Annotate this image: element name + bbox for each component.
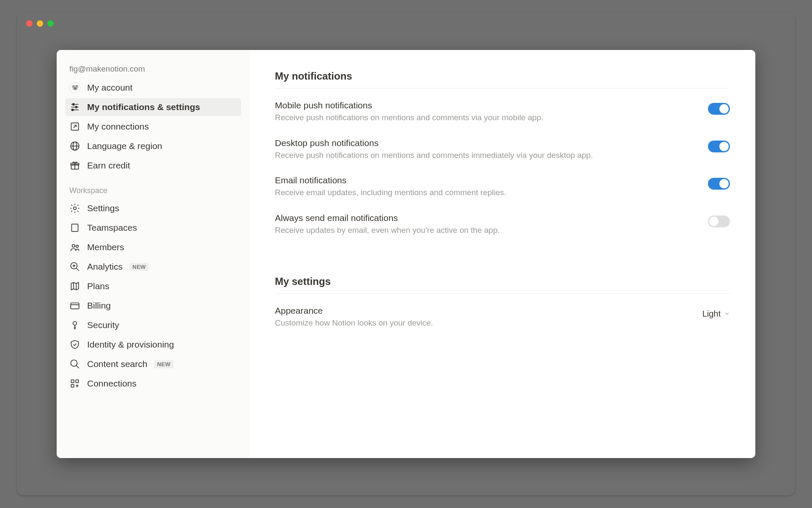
new-badge: NEW xyxy=(154,360,173,368)
account-email: fig@makenotion.com xyxy=(65,63,241,79)
svg-rect-36 xyxy=(71,384,74,387)
window-close-button[interactable] xyxy=(26,20,33,27)
app-window: fig@makenotion.com 🐨 My account My notif… xyxy=(17,13,795,495)
sidebar-section-workspace: Workspace xyxy=(65,176,241,199)
svg-point-13 xyxy=(74,207,77,210)
sidebar-item-analytics[interactable]: Analytics NEW xyxy=(65,258,241,276)
sidebar-item-label: My notifications & settings xyxy=(87,102,200,112)
appearance-value: Light xyxy=(702,309,721,319)
avatar-icon: 🐨 xyxy=(69,82,80,93)
setting-description: Receive email updates, including mention… xyxy=(275,187,691,199)
svg-point-4 xyxy=(75,106,77,108)
sidebar-item-label: Identity & provisioning xyxy=(87,340,174,350)
sidebar-item-label: Billing xyxy=(87,301,111,311)
window-minimize-button[interactable] xyxy=(37,20,43,27)
setting-appearance: Appearance Customize how Notion looks on… xyxy=(275,306,730,329)
sidebar-item-label: Analytics xyxy=(87,262,123,272)
setting-label: Mobile push notifications xyxy=(275,100,691,110)
sidebar-item-label: Members xyxy=(87,242,124,252)
setting-mobile-push: Mobile push notifications Receive push n… xyxy=(275,100,730,124)
setting-label: Always send email notifications xyxy=(275,213,691,223)
toggle-always-email[interactable] xyxy=(708,215,730,227)
sidebar-item-label: Security xyxy=(87,320,119,330)
sidebar-item-connections[interactable]: Connections xyxy=(65,375,241,392)
chevron-down-icon xyxy=(724,309,730,319)
sidebar-item-language-region[interactable]: Language & region xyxy=(65,137,241,155)
people-icon xyxy=(69,242,80,253)
sidebar-item-members[interactable]: Members xyxy=(65,238,241,256)
sliders-icon xyxy=(69,102,80,113)
sidebar-item-teamspaces[interactable]: Teamspaces xyxy=(65,219,241,237)
magnify-plus-icon xyxy=(69,261,80,272)
sidebar-item-plans[interactable]: Plans xyxy=(65,277,241,295)
sidebar-item-billing[interactable]: Billing xyxy=(65,297,241,315)
sidebar-item-label: Connections xyxy=(87,378,137,389)
setting-description: Receive push notifications on mentions a… xyxy=(275,150,691,161)
settings-modal: fig@makenotion.com 🐨 My account My notif… xyxy=(57,50,755,458)
key-icon xyxy=(69,320,80,331)
globe-icon xyxy=(69,141,80,152)
window-zoom-button[interactable] xyxy=(47,20,54,27)
sidebar-item-label: Earn credit xyxy=(87,160,130,171)
sidebar-item-my-account[interactable]: 🐨 My account xyxy=(65,79,241,97)
grid-plus-icon xyxy=(69,378,80,389)
setting-always-email: Always send email notifications Receive … xyxy=(275,213,730,236)
new-badge: NEW xyxy=(129,263,149,271)
svg-rect-34 xyxy=(71,380,74,383)
setting-desktop-push: Desktop push notifications Receive push … xyxy=(275,138,730,161)
card-icon xyxy=(69,300,80,311)
sidebar-item-label: My account xyxy=(87,83,132,93)
svg-point-32 xyxy=(71,360,77,366)
toggle-desktop-push[interactable] xyxy=(708,141,730,152)
appearance-select[interactable]: Light xyxy=(702,309,730,319)
sidebar-item-content-search[interactable]: Content search NEW xyxy=(65,355,241,373)
svg-rect-35 xyxy=(76,380,79,383)
sidebar-item-settings[interactable]: Settings xyxy=(65,199,241,217)
svg-point-31 xyxy=(73,321,77,325)
toggle-mobile-push[interactable] xyxy=(708,103,730,115)
external-link-icon xyxy=(69,121,80,132)
notifications-section-title: My notifications xyxy=(275,70,730,88)
toggle-email-notifications[interactable] xyxy=(708,178,730,190)
setting-description: Receive updates by email, even when you'… xyxy=(275,225,691,236)
setting-label: Desktop push notifications xyxy=(275,138,691,148)
sidebar-item-security[interactable]: Security xyxy=(65,316,241,334)
gear-icon xyxy=(69,203,80,214)
svg-rect-14 xyxy=(71,224,78,231)
search-icon xyxy=(69,359,80,370)
svg-line-33 xyxy=(76,365,79,368)
gift-icon xyxy=(69,160,80,171)
sidebar-item-earn-credit[interactable]: Earn credit xyxy=(65,157,241,174)
svg-point-3 xyxy=(73,103,74,105)
settings-section-title: My settings xyxy=(275,276,730,294)
sidebar-item-identity-provisioning[interactable]: Identity & provisioning xyxy=(65,336,241,353)
sidebar-item-notifications-settings[interactable]: My notifications & settings xyxy=(65,98,241,116)
setting-description: Customize how Notion looks on your devic… xyxy=(275,318,686,329)
svg-point-22 xyxy=(76,245,78,247)
sidebar-item-label: Teamspaces xyxy=(87,223,137,233)
svg-rect-29 xyxy=(71,303,79,309)
sidebar-item-label: Language & region xyxy=(87,141,162,151)
setting-description: Receive push notifications on mentions a… xyxy=(275,112,691,124)
svg-line-24 xyxy=(76,268,79,271)
sidebar-item-label: Settings xyxy=(87,203,119,213)
map-icon xyxy=(69,281,80,292)
svg-point-5 xyxy=(71,109,73,110)
setting-label: Appearance xyxy=(275,306,686,316)
setting-label: Email notifications xyxy=(275,175,691,185)
shield-check-icon xyxy=(69,339,80,350)
sidebar-item-label: Plans xyxy=(87,281,110,291)
svg-point-21 xyxy=(72,245,75,248)
setting-email-notifications: Email notifications Receive email update… xyxy=(275,175,730,199)
building-icon xyxy=(69,222,80,233)
traffic-lights xyxy=(26,20,54,27)
sidebar-item-my-connections[interactable]: My connections xyxy=(65,118,241,135)
sidebar-item-label: Content search xyxy=(87,359,147,369)
sidebar-item-label: My connections xyxy=(87,121,149,132)
settings-sidebar: fig@makenotion.com 🐨 My account My notif… xyxy=(57,50,250,458)
settings-content: My notifications Mobile push notificatio… xyxy=(250,50,755,458)
